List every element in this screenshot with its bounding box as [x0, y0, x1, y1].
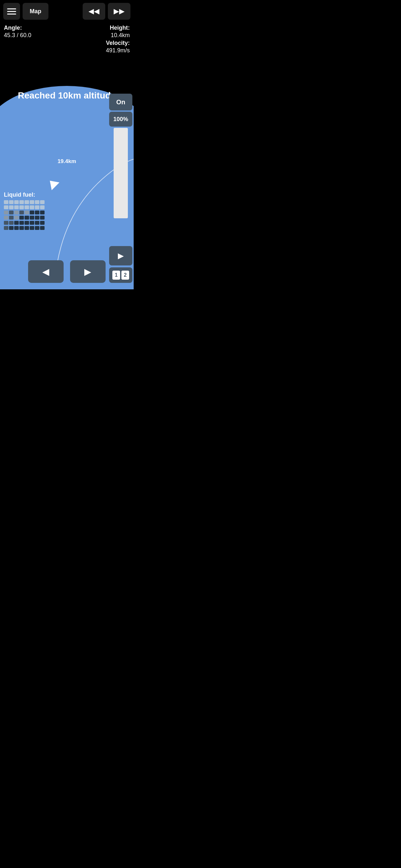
throttle-label: 100%	[109, 112, 132, 127]
velocity-value: 491.9m/s	[106, 47, 130, 54]
right-controls: On 100%	[108, 94, 134, 218]
fuel-segment	[14, 216, 19, 220]
angle-value: 45.3 / 60.0	[4, 32, 31, 39]
throttle-slider[interactable]	[114, 128, 128, 218]
map-button[interactable]: Map	[23, 3, 49, 20]
fuel-segment	[35, 226, 39, 230]
fuel-segment	[4, 211, 8, 214]
fuel-segment	[19, 216, 24, 220]
fuel-segment	[25, 221, 29, 225]
fuel-segment	[14, 221, 19, 225]
height-value: 10.4km	[106, 32, 130, 39]
fuel-segment	[9, 226, 13, 230]
fuel-segment	[19, 211, 24, 214]
fuel-segment	[30, 211, 34, 214]
top-left-controls: Map	[3, 3, 49, 20]
next-button[interactable]: ▶	[70, 260, 105, 283]
stage-2-indicator: 2	[121, 271, 129, 280]
fuel-segment	[25, 200, 29, 204]
fuel-segment	[40, 200, 44, 204]
fuel-segment	[35, 206, 39, 209]
menu-line	[7, 8, 16, 9]
throttle-fill	[114, 128, 128, 218]
fuel-bar-row	[4, 206, 44, 209]
fuel-segment	[14, 226, 19, 230]
fuel-segment	[4, 216, 8, 220]
fuel-segment	[9, 216, 13, 220]
fastforward-button[interactable]: ▶▶	[108, 3, 130, 20]
fuel-bar-row	[4, 221, 44, 225]
menu-line	[7, 11, 16, 12]
menu-line	[7, 13, 16, 14]
fuel-segment	[25, 206, 29, 209]
fuel-segment	[14, 206, 19, 209]
fuel-label: Liquid fuel:	[4, 191, 44, 198]
fuel-segment	[9, 200, 13, 204]
fuel-segment	[25, 211, 29, 214]
fuel-segment	[9, 211, 13, 214]
menu-button[interactable]	[3, 3, 20, 20]
fuel-segment	[4, 221, 8, 225]
fuel-segment	[25, 216, 29, 220]
play-button[interactable]: ▶	[109, 246, 132, 266]
height-label: Height:	[106, 24, 130, 32]
top-right-controls: ◀◀ ▶▶	[83, 3, 130, 20]
fuel-segment	[9, 221, 13, 225]
fuel-segment	[19, 221, 24, 225]
stage-1-indicator: 1	[112, 271, 120, 280]
fuel-bar-row	[4, 226, 44, 230]
stats-right: Height: 10.4km Velocity: 491.9m/s	[106, 24, 130, 55]
fuel-segment	[14, 211, 19, 214]
fuel-segment	[40, 226, 44, 230]
fuel-segment	[35, 216, 39, 220]
fuel-segment	[30, 206, 34, 209]
fuel-section: Liquid fuel:	[4, 191, 44, 231]
fuel-segment	[35, 211, 39, 214]
prev-button[interactable]: ◀	[28, 260, 64, 283]
fuel-segment	[30, 221, 34, 225]
fuel-segment	[25, 226, 29, 230]
fuel-segment	[19, 200, 24, 204]
distance-label: 19.4km	[58, 158, 76, 165]
fuel-bars	[4, 200, 44, 230]
fuel-segment	[19, 206, 24, 209]
angle-label: Angle:	[4, 24, 31, 32]
fuel-segment	[14, 200, 19, 204]
engine-on-button[interactable]: On	[109, 94, 132, 111]
rewind-button[interactable]: ◀◀	[83, 3, 105, 20]
top-bar: Map ◀◀ ▶▶	[0, 0, 134, 23]
fuel-segment	[35, 200, 39, 204]
fuel-segment	[19, 226, 24, 230]
fuel-segment	[30, 226, 34, 230]
fuel-bar-row	[4, 200, 44, 204]
fuel-segment	[40, 211, 44, 214]
fuel-segment	[9, 206, 13, 209]
fuel-segment	[4, 200, 8, 204]
fuel-segment	[30, 200, 34, 204]
fuel-segment	[40, 221, 44, 225]
fuel-bar-row	[4, 211, 44, 214]
stats-left: Angle: 45.3 / 60.0	[4, 24, 31, 39]
velocity-label: Velocity:	[106, 39, 130, 47]
fuel-segment	[4, 226, 8, 230]
fuel-segment	[40, 216, 44, 220]
fuel-segment	[4, 206, 8, 209]
fuel-segment	[40, 206, 44, 209]
fuel-segment	[35, 221, 39, 225]
stages-button[interactable]: 1 2	[109, 268, 132, 283]
fuel-segment	[30, 216, 34, 220]
fuel-bar-row	[4, 216, 44, 220]
right-bottom-buttons: ▶ 1 2	[109, 246, 132, 283]
